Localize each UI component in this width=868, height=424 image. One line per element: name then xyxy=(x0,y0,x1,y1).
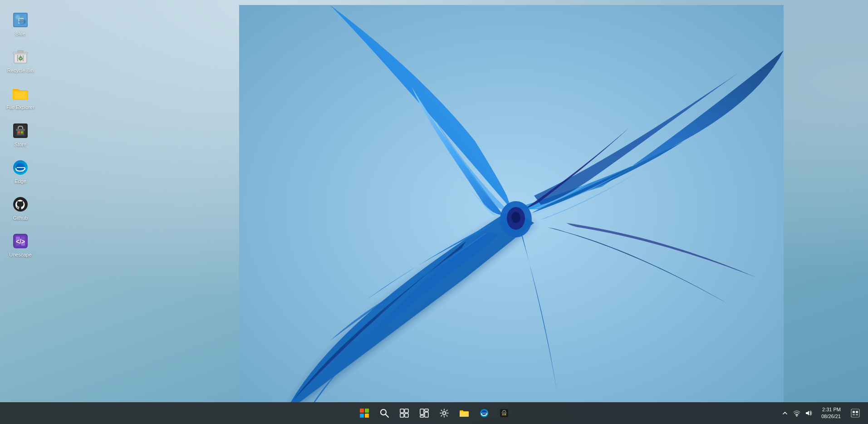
svg-point-7 xyxy=(15,15,20,20)
wallpaper xyxy=(100,0,868,402)
chevron-up-icon xyxy=(782,410,788,416)
taskbar-right-area: 2:31 PM 08/26/21 xyxy=(780,404,863,422)
svg-rect-39 xyxy=(420,415,424,417)
svg-rect-20 xyxy=(21,131,23,133)
svg-rect-32 xyxy=(400,409,404,413)
file-explorer-icon-label: File Explorer xyxy=(6,104,34,110)
network-icon[interactable] xyxy=(791,408,802,419)
desktop-icon-file-explorer[interactable]: File Explorer xyxy=(2,83,39,112)
svg-rect-18 xyxy=(16,129,25,131)
svg-point-40 xyxy=(443,412,446,414)
taskbar-file-explorer-icon xyxy=(459,409,469,418)
windows-logo-icon xyxy=(360,409,369,418)
recycle-bin-icon-label: Recycle Bin xyxy=(7,68,34,74)
edge-icon-label: Edge xyxy=(15,178,26,184)
unescape-icon-label: Unescape xyxy=(9,252,32,258)
svg-rect-11 xyxy=(18,50,23,53)
svg-rect-50 xyxy=(856,411,858,413)
taskbar-center-icons xyxy=(355,404,513,422)
taskbar-file-explorer-button[interactable] xyxy=(455,404,473,422)
taskbar-store-button[interactable] xyxy=(495,404,513,422)
svg-text:♻: ♻ xyxy=(18,55,23,62)
svg-rect-35 xyxy=(405,414,408,417)
date-display: 08/26/21 xyxy=(821,413,841,420)
svg-rect-46 xyxy=(505,414,506,415)
svg-rect-37 xyxy=(425,409,428,411)
desktop-icon-github[interactable]: Github xyxy=(2,193,39,223)
settings-button[interactable] xyxy=(435,404,453,422)
recycle-bin-icon: ♻ xyxy=(11,48,29,66)
taskbar-edge-button[interactable] xyxy=(475,404,493,422)
task-view-button[interactable] xyxy=(395,404,413,422)
svg-rect-33 xyxy=(405,409,408,413)
time-display: 2:31 PM xyxy=(822,406,841,413)
store-icon xyxy=(11,122,29,140)
show-hidden-icons-button[interactable] xyxy=(780,408,790,419)
search-icon xyxy=(380,409,389,418)
svg-rect-34 xyxy=(400,414,404,417)
desktop-icons-container: 🖥 Blue ♻ Recycle Bin xyxy=(0,0,41,402)
taskbar: 2:31 PM 08/26/21 xyxy=(0,402,868,424)
wifi-icon xyxy=(793,409,800,417)
svg-rect-51 xyxy=(853,414,855,415)
search-button[interactable] xyxy=(375,404,393,422)
file-explorer-icon xyxy=(11,84,29,103)
notification-icon xyxy=(851,409,860,418)
desktop-icon-recycle-bin[interactable]: ♻ Recycle Bin xyxy=(2,46,39,75)
blue-icon: 🖥 xyxy=(11,11,29,29)
desktop-icon-blue[interactable]: 🖥 Blue xyxy=(2,9,39,39)
start-button[interactable] xyxy=(355,404,373,422)
widgets-button[interactable] xyxy=(415,404,433,422)
task-view-icon xyxy=(400,409,409,418)
github-icon xyxy=(11,195,29,213)
svg-point-3 xyxy=(511,212,520,223)
svg-rect-48 xyxy=(851,409,859,417)
store-icon-label: Store xyxy=(15,142,26,148)
taskbar-store-icon xyxy=(500,409,509,418)
notification-button[interactable] xyxy=(848,404,863,422)
svg-point-22 xyxy=(13,197,28,212)
svg-rect-44 xyxy=(501,412,507,413)
edge-icon xyxy=(11,158,29,177)
widgets-icon xyxy=(420,409,429,418)
svg-rect-45 xyxy=(502,414,504,415)
svg-point-47 xyxy=(796,415,798,417)
system-tray xyxy=(780,408,814,419)
settings-icon xyxy=(440,409,449,418)
blue-icon-label: Blue xyxy=(15,31,25,37)
svg-rect-36 xyxy=(420,409,424,414)
svg-rect-49 xyxy=(853,411,855,413)
svg-text:</>: </> xyxy=(16,238,25,245)
svg-point-30 xyxy=(381,409,386,415)
svg-line-31 xyxy=(386,414,388,417)
desktop-icon-unescape[interactable]: </> Unescape xyxy=(2,230,39,260)
svg-rect-52 xyxy=(856,414,858,415)
taskbar-edge-icon xyxy=(480,409,489,418)
speaker-icon xyxy=(805,409,812,417)
unescape-icon: </> xyxy=(11,232,29,250)
datetime-display[interactable]: 2:31 PM 08/26/21 xyxy=(818,405,844,421)
svg-point-8 xyxy=(19,19,26,25)
svg-rect-38 xyxy=(425,412,428,417)
volume-icon[interactable] xyxy=(803,408,814,419)
svg-rect-19 xyxy=(18,131,20,133)
desktop-icon-edge[interactable]: Edge xyxy=(2,157,39,186)
github-icon-label: Github xyxy=(13,215,28,221)
desktop-icon-store[interactable]: Store xyxy=(2,120,39,149)
